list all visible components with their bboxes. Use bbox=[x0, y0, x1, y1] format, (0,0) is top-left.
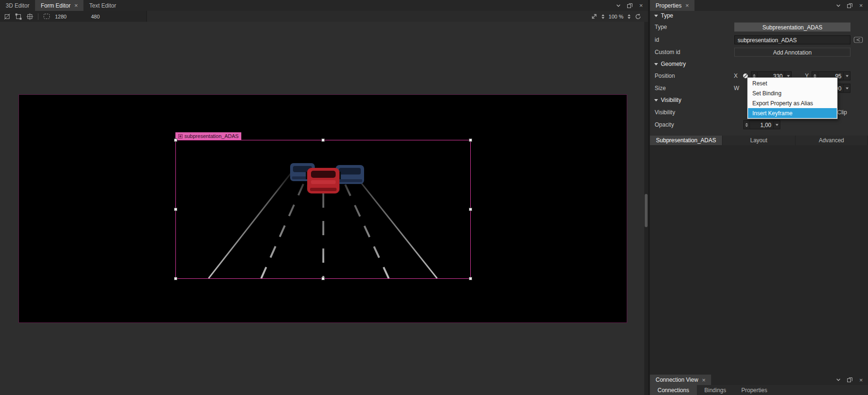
resize-handle-ne[interactable] bbox=[469, 138, 472, 142]
snap-to-items-icon[interactable] bbox=[15, 13, 22, 20]
close-tab-icon[interactable]: × bbox=[702, 377, 706, 383]
custom-id-row: Custom id Add Annotation bbox=[650, 46, 868, 58]
properties-pane-controls: × bbox=[831, 0, 868, 11]
zoom-controls-group: 100 % bbox=[591, 13, 648, 19]
section-type-title: Type bbox=[661, 12, 673, 19]
reset-zoom-icon[interactable] bbox=[635, 13, 641, 19]
properties-content-area bbox=[650, 145, 868, 375]
collapse-triangle-icon[interactable] bbox=[654, 99, 658, 101]
type-label: Type bbox=[655, 24, 667, 30]
spin-dropdown-icon[interactable] bbox=[843, 72, 850, 80]
position-label: Position bbox=[655, 73, 675, 79]
connection-view-tabbar: Connection View × × bbox=[650, 375, 868, 386]
resize-handle-e[interactable] bbox=[469, 208, 472, 211]
editor-pane-controls: × bbox=[611, 0, 648, 11]
selected-item-subpresentation[interactable]: subpresentation_ADAS bbox=[175, 140, 471, 279]
tab-form-editor[interactable]: Form Editor × bbox=[35, 0, 83, 11]
collapse-triangle-icon[interactable] bbox=[654, 63, 658, 65]
clip-label: Clip bbox=[837, 109, 847, 116]
toolbar-separator bbox=[38, 13, 38, 20]
tab-bindings[interactable]: Bindings bbox=[697, 385, 734, 395]
resize-handle-sw[interactable] bbox=[174, 277, 177, 280]
tab-properties-label: Properties bbox=[656, 2, 682, 9]
properties-panel: Type Type Subpresentation_ADAS id Custom… bbox=[650, 11, 868, 375]
visibility-label: Visibility bbox=[655, 109, 675, 116]
section-visibility-title: Visibility bbox=[661, 97, 681, 103]
chevron-down-icon[interactable] bbox=[836, 4, 841, 7]
section-geometry-title: Geometry bbox=[661, 61, 686, 67]
float-pane-icon[interactable] bbox=[847, 3, 852, 8]
selection-label[interactable]: subpresentation_ADAS bbox=[175, 132, 241, 140]
override-width-field[interactable]: 1280 bbox=[55, 14, 86, 19]
form-editor-toolbar: 1280 480 100 % bbox=[0, 11, 648, 22]
tab-layout[interactable]: Layout bbox=[722, 136, 795, 145]
tab-properties[interactable]: Properties × bbox=[650, 0, 694, 11]
tab-connection-properties[interactable]: Properties bbox=[734, 385, 775, 395]
component-icon bbox=[178, 134, 183, 138]
menu-item-export-property-as-alias[interactable]: Export Property as Alias bbox=[748, 98, 837, 108]
close-pane-icon[interactable]: × bbox=[859, 2, 863, 9]
spin-dropdown-icon[interactable] bbox=[843, 84, 850, 92]
application-window: 3D Editor Form Editor × Text Editor × 12… bbox=[0, 0, 868, 395]
resize-handle-nw[interactable] bbox=[174, 138, 177, 142]
section-geometry[interactable]: Geometry bbox=[650, 59, 868, 69]
show-bounding-rect-icon[interactable] bbox=[43, 13, 50, 19]
close-tab-icon[interactable]: × bbox=[685, 2, 689, 9]
selection-label-text: subpresentation_ADAS bbox=[184, 133, 238, 139]
float-pane-icon[interactable] bbox=[847, 377, 852, 382]
property-category-tabs: Subpresentation_ADAS Layout Advanced bbox=[650, 136, 868, 145]
zoom-stepper[interactable] bbox=[602, 14, 604, 19]
size-label: Size bbox=[655, 85, 666, 92]
opacity-row: Opacity 1,00 bbox=[650, 119, 868, 131]
id-label: id bbox=[655, 37, 659, 43]
form-editor-canvas[interactable]: subpresentation_ADAS bbox=[0, 22, 644, 395]
scrollbar-thumb[interactable] bbox=[645, 194, 648, 227]
chevron-down-icon[interactable] bbox=[616, 4, 621, 7]
tab-text-editor[interactable]: Text Editor bbox=[83, 0, 122, 11]
id-row: id bbox=[650, 34, 868, 46]
tab-form-editor-label: Form Editor bbox=[41, 2, 71, 9]
float-pane-icon[interactable] bbox=[627, 3, 632, 8]
presentation-root[interactable]: subpresentation_ADAS bbox=[18, 94, 627, 323]
opacity-label: Opacity bbox=[655, 121, 674, 128]
override-height-field[interactable]: 480 bbox=[91, 14, 122, 19]
close-pane-icon[interactable]: × bbox=[639, 2, 643, 9]
add-annotation-button[interactable]: Add Annotation bbox=[734, 48, 850, 57]
section-type[interactable]: Type bbox=[650, 11, 868, 20]
close-tab-icon[interactable]: × bbox=[74, 2, 78, 9]
tab-connections[interactable]: Connections bbox=[650, 385, 697, 395]
resize-handle-n[interactable] bbox=[321, 138, 325, 142]
spin-dropdown-icon[interactable] bbox=[773, 121, 780, 129]
resize-handle-s[interactable] bbox=[321, 277, 325, 280]
zoom-select-stepper[interactable] bbox=[628, 14, 630, 19]
connection-view-pane-controls: × bbox=[831, 375, 868, 385]
no-snapping-icon[interactable] bbox=[4, 13, 10, 20]
id-input[interactable] bbox=[734, 36, 850, 45]
tab-connection-view[interactable]: Connection View × bbox=[650, 375, 711, 385]
menu-item-reset[interactable]: Reset bbox=[748, 78, 837, 88]
spin-stepper[interactable] bbox=[744, 121, 750, 129]
close-pane-icon[interactable]: × bbox=[859, 377, 863, 383]
opacity-value: 1,00 bbox=[750, 121, 773, 129]
menu-item-insert-keyframe[interactable]: Insert Keyframe bbox=[748, 108, 837, 118]
resize-handle-se[interactable] bbox=[469, 277, 472, 280]
fit-canvas-icon[interactable] bbox=[591, 13, 597, 19]
tab-advanced[interactable]: Advanced bbox=[795, 136, 868, 145]
w-axis-label: W bbox=[734, 85, 739, 92]
snap-with-anchors-icon[interactable] bbox=[27, 13, 33, 20]
canvas-vertical-scrollbar[interactable] bbox=[644, 22, 648, 395]
collapse-triangle-icon[interactable] bbox=[654, 15, 658, 17]
editor-tabbar: 3D Editor Form Editor × Text Editor × bbox=[0, 0, 648, 11]
tab-subpresentation-adas[interactable]: Subpresentation_ADAS bbox=[650, 136, 722, 145]
type-row: Type Subpresentation_ADAS bbox=[650, 21, 868, 33]
export-alias-icon[interactable] bbox=[854, 37, 863, 43]
resize-handle-w[interactable] bbox=[174, 208, 177, 211]
chevron-down-icon[interactable] bbox=[836, 378, 841, 381]
menu-item-set-binding[interactable]: Set Binding bbox=[748, 88, 837, 98]
tab-3d-editor[interactable]: 3D Editor bbox=[0, 0, 35, 11]
tab-3d-editor-label: 3D Editor bbox=[6, 2, 29, 9]
opacity-spinbox[interactable]: 1,00 bbox=[743, 120, 780, 129]
property-context-menu: Reset Set Binding Export Property as Ali… bbox=[747, 77, 838, 119]
type-field[interactable]: Subpresentation_ADAS bbox=[734, 23, 850, 32]
zoom-level-value[interactable]: 100 % bbox=[609, 14, 623, 19]
